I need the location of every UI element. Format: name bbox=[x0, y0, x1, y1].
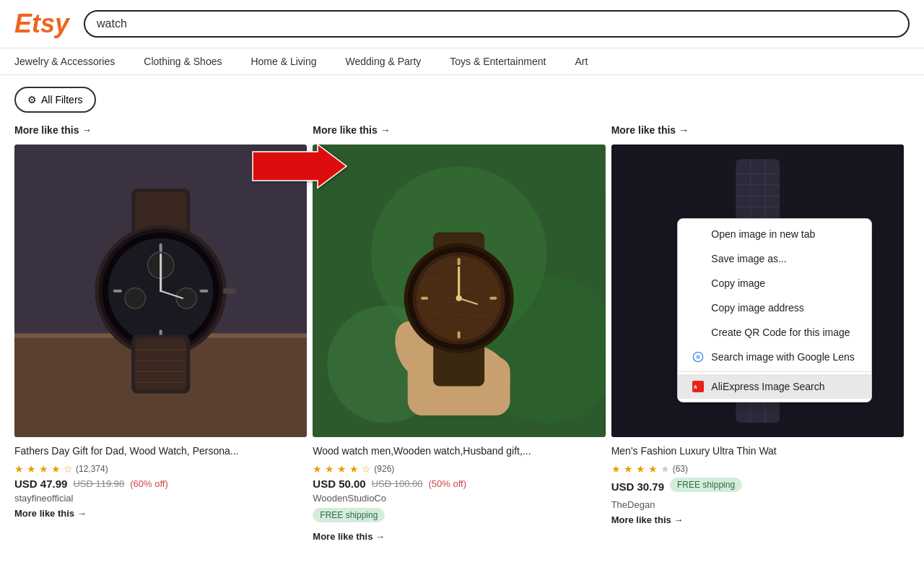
ctx-aliexpress[interactable]: A AliExpress Image Search bbox=[678, 374, 871, 399]
nav-item-home[interactable]: Home & Living bbox=[250, 56, 316, 67]
ctx-label-2: Copy image bbox=[711, 277, 765, 289]
search-bar[interactable] bbox=[84, 10, 910, 38]
ctx-copy-address[interactable]: Copy image address bbox=[678, 296, 871, 320]
free-shipping-inline-3: FREE shipping bbox=[670, 478, 742, 492]
more-like-this-top-1[interactable]: More like this → bbox=[14, 124, 307, 136]
seller-2: WoodenStudioCo bbox=[313, 493, 605, 504]
ctx-label-4: Create QR Code for this image bbox=[711, 327, 850, 338]
stars-2: ★ ★ ★ ★ ☆ (926) bbox=[313, 463, 605, 475]
star-4: ★ bbox=[648, 463, 658, 475]
star-3: ★ bbox=[337, 463, 346, 475]
svg-text:A: A bbox=[694, 384, 697, 389]
product-title-2[interactable]: Wood watch men,Wooden watch,Husband gift… bbox=[313, 444, 605, 459]
svg-point-48 bbox=[456, 296, 462, 301]
product-col-1: More like this → bbox=[14, 124, 313, 556]
ctx-label-3: Copy image address bbox=[711, 302, 803, 314]
star-5: ☆ bbox=[64, 463, 73, 475]
price-main-3: USD 30.79 bbox=[611, 480, 664, 493]
star-2: ★ bbox=[325, 463, 334, 475]
star-5: ★ bbox=[661, 463, 670, 475]
ctx-label-6: AliExpress Image Search bbox=[711, 381, 824, 392]
ctx-save-image[interactable]: Save image as... bbox=[678, 246, 871, 271]
nav-item-art[interactable]: Art bbox=[575, 56, 588, 67]
star-3: ★ bbox=[636, 463, 645, 475]
price-row-3: USD 30.79 FREE shipping bbox=[611, 478, 904, 496]
discount-1: (60% off) bbox=[130, 478, 168, 489]
star-1: ★ bbox=[611, 463, 621, 475]
ctx-open-new-tab[interactable]: Open image in new tab bbox=[678, 222, 871, 246]
product-image-1[interactable] bbox=[14, 144, 307, 437]
svg-point-15 bbox=[176, 288, 196, 309]
svg-rect-42 bbox=[458, 258, 461, 265]
address-icon bbox=[692, 302, 704, 314]
header: Etsy bbox=[0, 0, 924, 48]
svg-rect-45 bbox=[490, 297, 497, 300]
more-like-this-top-2[interactable]: More like this → bbox=[313, 124, 605, 136]
review-count-3: (63) bbox=[673, 464, 688, 474]
aliexpress-icon: A bbox=[692, 381, 704, 392]
svg-rect-12 bbox=[199, 290, 208, 293]
svg-rect-44 bbox=[421, 297, 428, 300]
stars-3: ★ ★ ★ ★ ★ (63) bbox=[611, 463, 904, 475]
price-row-1: USD 47.99 USD 119.98 (60% off) bbox=[14, 478, 307, 490]
svg-point-50 bbox=[697, 355, 700, 358]
ctx-copy-image[interactable]: Copy image bbox=[678, 271, 871, 296]
more-like-this-bottom-1[interactable]: More like this → bbox=[14, 508, 307, 519]
all-filters-label: All Filters bbox=[41, 94, 83, 105]
star-2: ★ bbox=[27, 463, 36, 475]
star-2: ★ bbox=[624, 463, 633, 475]
star-4: ★ bbox=[349, 463, 359, 475]
ctx-label-0: Open image in new tab bbox=[711, 228, 815, 240]
nav-item-clothing[interactable]: Clothing & Shoes bbox=[144, 56, 222, 67]
product-title-3[interactable]: Men's Fashion Luxury Ultra Thin Wat bbox=[611, 444, 904, 459]
filter-icon: ⚙ bbox=[27, 94, 37, 105]
all-filters-button[interactable]: ⚙ All Filters bbox=[14, 87, 96, 113]
more-like-this-top-3[interactable]: More like this → bbox=[611, 124, 904, 136]
nav-item-wedding[interactable]: Wedding & Party bbox=[346, 56, 422, 67]
product-title-1[interactable]: Fathers Day Gift for Dad, Wood Watch, Pe… bbox=[14, 444, 307, 459]
filters-bar: ⚙ All Filters bbox=[0, 75, 924, 124]
ctx-divider bbox=[678, 371, 871, 372]
product-image-2[interactable] bbox=[313, 144, 605, 437]
price-main-2: USD 50.00 bbox=[313, 478, 365, 490]
ctx-label-5: Search image with Google Lens bbox=[711, 351, 854, 363]
svg-rect-11 bbox=[113, 290, 122, 293]
star-4: ★ bbox=[51, 463, 61, 475]
discount-2: (50% off) bbox=[429, 478, 467, 489]
star-3: ★ bbox=[39, 463, 48, 475]
nav-item-toys[interactable]: Toys & Entertainment bbox=[450, 56, 546, 67]
review-count-1: (12,374) bbox=[76, 464, 108, 474]
logo[interactable]: Etsy bbox=[14, 9, 69, 39]
more-like-this-bottom-2[interactable]: More like this → bbox=[313, 531, 605, 542]
star-1: ★ bbox=[14, 463, 24, 475]
svg-point-14 bbox=[125, 288, 145, 309]
nav-item-jewelry[interactable]: Jewelry & Accessories bbox=[14, 56, 115, 67]
price-original-2: USD 100.00 bbox=[372, 478, 423, 489]
copy-icon bbox=[692, 277, 704, 289]
ctx-label-1: Save image as... bbox=[711, 253, 786, 264]
ctx-google-lens[interactable]: Search image with Google Lens bbox=[678, 345, 871, 369]
price-original-1: USD 119.98 bbox=[73, 478, 124, 489]
stars-1: ★ ★ ★ ★ ☆ (12,374) bbox=[14, 463, 307, 475]
price-row-2: USD 50.00 USD 100.00 (50% off) bbox=[313, 478, 605, 490]
more-like-this-bottom-3[interactable]: More like this → bbox=[611, 514, 904, 525]
svg-rect-55 bbox=[736, 159, 780, 225]
products-area: More like this → bbox=[0, 124, 924, 556]
search-input[interactable] bbox=[97, 17, 897, 30]
svg-rect-18 bbox=[223, 288, 236, 294]
nav: Jewelry & Accessories Clothing & Shoes H… bbox=[0, 48, 924, 75]
qr-icon bbox=[692, 327, 704, 338]
lens-icon bbox=[692, 351, 704, 363]
star-5: ☆ bbox=[362, 463, 371, 475]
free-shipping-badge-2: FREE shipping bbox=[313, 508, 385, 522]
ctx-qr-code[interactable]: Create QR Code for this image bbox=[678, 320, 871, 345]
seller-1: stayfineofficial bbox=[14, 493, 307, 504]
products-grid: More like this → bbox=[14, 124, 910, 556]
seller-3: TheDegan bbox=[611, 499, 904, 510]
open-icon bbox=[692, 228, 704, 240]
svg-rect-43 bbox=[458, 331, 461, 338]
svg-rect-9 bbox=[160, 243, 162, 252]
context-menu: Open image in new tab Save image as... C… bbox=[677, 218, 872, 402]
product-col-2: More like this → bbox=[313, 124, 611, 556]
save-icon bbox=[692, 253, 704, 264]
